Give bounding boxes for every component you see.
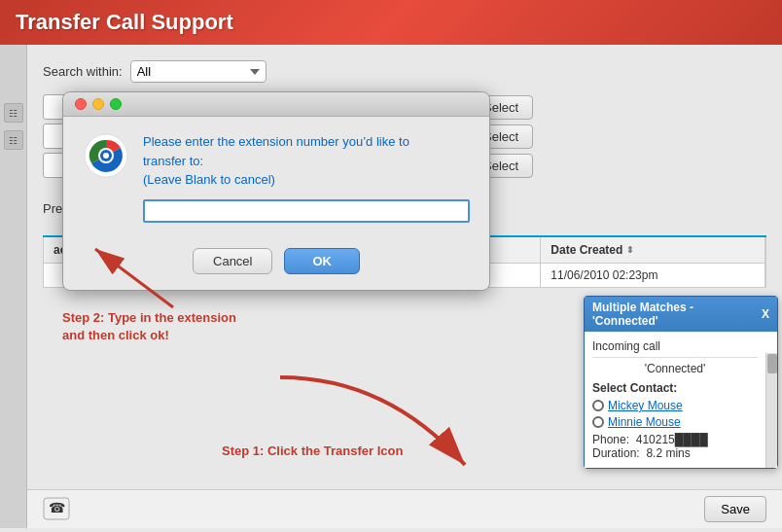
matches-title: Multiple Matches - 'Connected' [592,301,762,328]
radio-mickey[interactable] [592,400,604,411]
svg-text:☎: ☎ [49,500,65,515]
phone-row: Phone: 410215████ [592,433,758,446]
duration-row: Duration: 8.2 mins [592,446,758,460]
maximize-window-btn[interactable] [110,98,122,110]
sidebar-icon-2[interactable]: ☷ [4,130,23,150]
save-button[interactable]: Save [704,496,766,522]
search-bar: Search within: All My Cases My Team's Ca… [43,60,766,83]
connected-label: 'Connected' [592,362,758,375]
step2-line1: Step 2: Type in the extension [62,309,236,327]
window-controls [75,98,122,110]
contact-mickey: Mickey Mouse [592,399,758,412]
phone-label: Phone: [592,433,629,446]
dialog-message: Please enter the extension number you’d … [143,132,470,190]
matches-title-bar: Multiple Matches - 'Connected' X [585,297,777,332]
phone-value: 410215████ [636,433,708,446]
incoming-call-label: Incoming call [592,339,758,353]
matches-divider-1 [592,357,758,358]
bottom-bar: ☎ Save [27,489,782,528]
sidebar-icon-1[interactable]: ☷ [4,103,23,123]
col-date-label: Date Created [551,243,622,257]
dialog-box: Please enter the extension number you’d … [62,91,490,291]
search-label: Search within: [43,64,123,79]
matches-scrollbar[interactable] [765,353,777,468]
duration-label: Duration: [592,446,640,460]
close-window-btn[interactable] [75,98,87,110]
step2-annotation: Step 2: Type in the extension and then c… [62,309,236,344]
main-area: ☷ ☷ Search within: All My Cases My Team'… [0,45,782,528]
svg-point-6 [103,153,109,159]
phone-transfer-area: ☎ [43,497,70,520]
step2-line2: and then click ok! [62,327,236,344]
dialog-text: Please enter the extension number you’d … [143,132,470,223]
mickey-mouse-link[interactable]: Mickey Mouse [608,399,683,412]
radio-minnie[interactable] [592,416,604,428]
duration-value: 8.2 mins [646,446,690,460]
step1-arrow [270,368,494,484]
select-contact-label: Select Contact: [592,381,758,395]
search-select[interactable]: All My Cases My Team's Cases [130,60,267,83]
dialog-title-bar [63,92,489,117]
ok-button[interactable]: OK [284,248,360,274]
dialog-line2: transfer to: [143,154,203,168]
phone-transfer-icon[interactable]: ☎ [43,497,70,520]
matches-close-button[interactable]: X [762,307,769,321]
chrome-icon [83,132,129,179]
minimize-window-btn[interactable] [92,98,104,110]
sidebar-icons: ☷ ☷ [0,45,27,528]
minnie-mouse-link[interactable]: Minnie Mouse [608,415,681,429]
page-header: Transfer Call Support [0,0,782,45]
page-title: Transfer Call Support [16,10,233,35]
sort-icon-date: ⇕ [626,245,634,255]
step1-annotation: Step 1: Click the Transfer Icon [222,443,403,458]
step1-label: Step 1: Click the Transfer Icon [222,443,403,458]
contact-minnie: Minnie Mouse [592,415,758,429]
cancel-button[interactable]: Cancel [193,248,272,274]
scroll-thumb [767,354,777,373]
dialog-line3: (Leave Blank to cancel) [143,172,275,187]
dialog-buttons: Cancel OK [63,238,489,290]
matches-content: Incoming call 'Connected' Select Contact… [585,332,777,468]
dialog-line1: Please enter the extension number you’d … [143,134,409,149]
col-date[interactable]: Date Created ⇕ [541,237,765,263]
cell-date: 11/06/2010 02:23pm [541,264,765,287]
matches-panel: Multiple Matches - 'Connected' X Incomin… [584,296,778,469]
matches-body: Incoming call 'Connected' Select Contact… [585,332,777,468]
content-area: Search within: All My Cases My Team's Ca… [27,45,782,528]
dialog-body: Please enter the extension number you’d … [63,117,489,238]
dialog-extension-input[interactable] [143,199,470,223]
